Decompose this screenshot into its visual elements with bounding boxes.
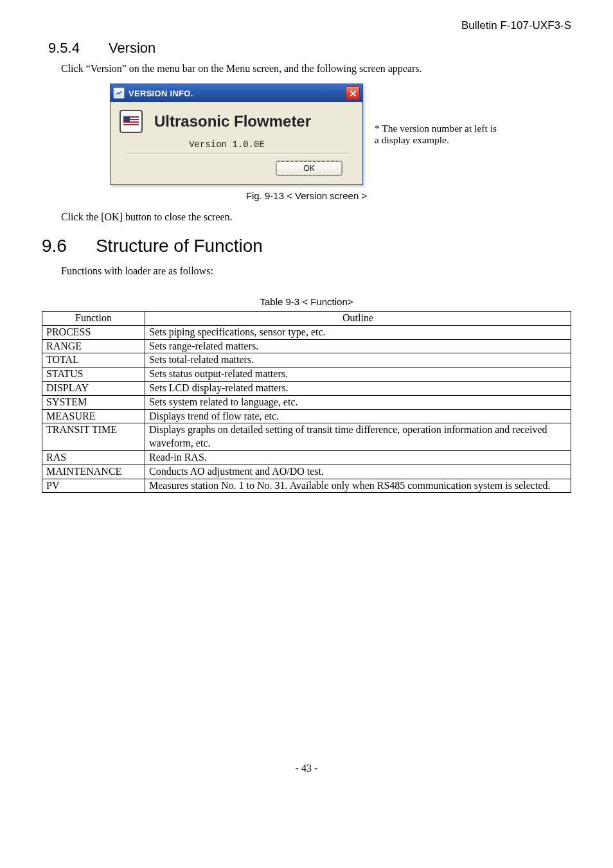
dialog-title: VERSION INFO.: [129, 89, 346, 98]
table-row: TRANSIT TIMEDisplays graphs on detailed …: [42, 423, 571, 451]
fn-name: TOTAL: [42, 353, 145, 368]
fn-name: TRANSIT TIME: [42, 423, 145, 451]
version-string: Version 1.0.0E: [120, 139, 353, 150]
fn-name: SYSTEM: [42, 395, 145, 409]
section-954-intro: Click “Version” on the menu bar on the M…: [61, 63, 571, 75]
dialog-titlebar: VERSION INFO.: [111, 84, 362, 102]
flag-icon: [123, 116, 139, 127]
table-row: MAINTENANCEConducts AO adjustment and AO…: [42, 465, 571, 479]
fn-outline: Sets total-related matters.: [145, 353, 571, 368]
fn-outline: Sets status output-related matters.: [145, 368, 571, 382]
dialog-body: Ultrasonic Flowmeter Version 1.0.0E OK: [111, 102, 362, 184]
table-caption: Table 9-3 < Function>: [42, 296, 571, 307]
page-number: - 43 -: [42, 763, 571, 774]
fn-outline: Sets piping specifications, sensor type,…: [145, 325, 571, 339]
col-header-outline: Outline: [145, 312, 571, 326]
table-row: DISPLAYSets LCD display-related matters.: [42, 381, 571, 395]
col-header-function: Function: [42, 312, 145, 326]
heading-9-5-4: 9.5.4Version: [48, 40, 571, 57]
heading-num: 9.5.4: [48, 40, 80, 57]
function-table: Function Outline PROCESSSets piping spec…: [42, 311, 571, 493]
window-system-icon: [113, 87, 125, 99]
table-row: MEASUREDisplays trend of flow rate, etc.: [42, 409, 571, 423]
app-icon: [120, 110, 143, 133]
table-row: RASRead-in RAS.: [42, 450, 571, 465]
table-row: TOTALSets total-related matters.: [42, 353, 571, 368]
dialog-close-button[interactable]: [346, 86, 360, 100]
dialog-separator: [125, 154, 348, 155]
fn-name: STATUS: [42, 368, 145, 382]
fn-outline: Displays graphs on detailed setting of t…: [145, 423, 571, 451]
table-row: PVMeasures station No. 1 to No. 31. Avai…: [42, 479, 571, 493]
ok-button[interactable]: OK: [276, 161, 342, 175]
fn-name: MEASURE: [42, 409, 145, 423]
fn-name: RAS: [42, 450, 145, 465]
fn-outline: Sets range-related matters.: [145, 339, 571, 353]
table-row: RANGESets range-related matters.: [42, 339, 571, 353]
fn-name: MAINTENANCE: [42, 465, 145, 479]
section-96-intro: Functions with loader are as follows:: [61, 265, 571, 277]
app-name: Ultrasonic Flowmeter: [154, 112, 311, 130]
fn-outline: Measures station No. 1 to No. 31. Availa…: [145, 479, 571, 493]
fn-outline: Conducts AO adjustment and AO/DO test.: [145, 465, 571, 479]
close-icon: [350, 90, 357, 97]
fn-outline: Read-in RAS.: [145, 450, 571, 465]
fn-name: DISPLAY: [42, 381, 145, 395]
table-row: PROCESSSets piping specifications, senso…: [42, 325, 571, 339]
version-dialog: VERSION INFO. Ultrasonic Flowmeter: [110, 84, 363, 185]
fn-name: PV: [42, 479, 145, 493]
bulletin-id: Bulletin F-107-UXF3-S: [42, 19, 571, 32]
table-row: STATUSSets status output-related matters…: [42, 368, 571, 382]
fn-name: PROCESS: [42, 325, 145, 339]
fn-outline: Sets system related to language, etc.: [145, 395, 571, 409]
heading-9-6: 9.6Structure of Function: [42, 236, 571, 256]
heading-num: 9.6: [42, 236, 67, 256]
figure-caption: Fig. 9-13 < Version screen >: [42, 190, 571, 201]
fn-outline: Displays trend of flow rate, etc.: [145, 409, 571, 423]
after-figure-text: Click the [OK] button to close the scree…: [61, 211, 571, 223]
fn-name: RANGE: [42, 339, 145, 353]
heading-title: Structure of Function: [96, 236, 263, 256]
version-side-note: * The version number at left is a displa…: [375, 123, 503, 146]
fn-outline: Sets LCD display-related matters.: [145, 381, 571, 395]
heading-title: Version: [109, 40, 155, 56]
table-row: SYSTEMSets system related to language, e…: [42, 395, 571, 409]
table-header-row: Function Outline: [42, 312, 571, 326]
